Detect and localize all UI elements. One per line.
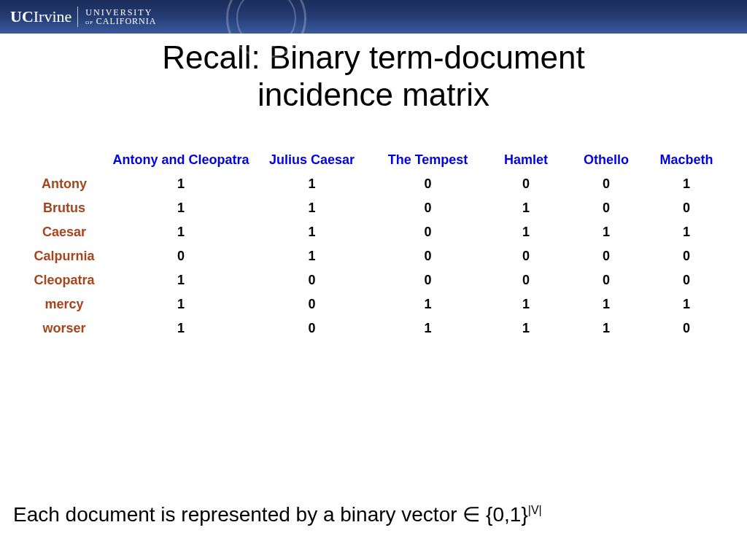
matrix-cell: 0 xyxy=(566,196,646,220)
matrix-cell: 0 xyxy=(370,220,486,244)
matrix-cell: 1 xyxy=(646,220,727,244)
row-header: worser xyxy=(20,316,108,341)
matrix-cell: 1 xyxy=(108,292,254,316)
logo-irvine: Irvine xyxy=(34,7,72,26)
row-header: Calpurnia xyxy=(20,244,108,268)
matrix-cell: 0 xyxy=(108,244,254,268)
matrix-cell: 0 xyxy=(370,244,486,268)
matrix-cell: 1 xyxy=(108,220,254,244)
matrix-cell: 1 xyxy=(566,220,646,244)
matrix-cell: 1 xyxy=(254,220,370,244)
matrix-cell: 1 xyxy=(254,196,370,220)
logo-divider xyxy=(77,7,78,27)
col-header: Macbeth xyxy=(646,148,727,172)
matrix-cell: 1 xyxy=(108,172,254,196)
matrix-cell: 0 xyxy=(486,268,566,292)
uci-logo: UCIrvine xyxy=(10,7,71,26)
matrix-cell: 0 xyxy=(646,196,727,220)
matrix-cell: 1 xyxy=(486,220,566,244)
slide-title: Recall: Binary term-document incidence m… xyxy=(0,39,747,113)
matrix-cell: 0 xyxy=(370,196,486,220)
matrix-body: Antony110001Brutus110100Caesar110111Calp… xyxy=(20,172,727,341)
matrix-cell: 0 xyxy=(566,172,646,196)
university-line2: of CALIFORNIA xyxy=(85,17,156,26)
matrix-cell: 0 xyxy=(370,268,486,292)
matrix-cell: 1 xyxy=(646,292,727,316)
table-row: Calpurnia010000 xyxy=(20,244,727,268)
matrix-cell: 1 xyxy=(370,292,486,316)
matrix-cell: 0 xyxy=(254,292,370,316)
footnote-set: {0,1} xyxy=(480,503,527,526)
footnote-prefix: Each document is represented by a binary… xyxy=(13,503,462,526)
matrix-cell: 0 xyxy=(646,316,727,341)
col-header: The Tempest xyxy=(370,148,486,172)
university-label: UNIVERSITY of CALIFORNIA xyxy=(85,8,156,26)
matrix-cell: 0 xyxy=(254,316,370,341)
incidence-matrix: Antony and Cleopatra Julius Caesar The T… xyxy=(20,148,727,341)
matrix-cell: 0 xyxy=(566,244,646,268)
matrix-cell: 1 xyxy=(370,316,486,341)
row-header: mercy xyxy=(20,292,108,316)
title-line-2: incidence matrix xyxy=(258,77,489,112)
matrix-cell: 1 xyxy=(254,244,370,268)
table-row: Caesar110111 xyxy=(20,220,727,244)
matrix-header-row: Antony and Cleopatra Julius Caesar The T… xyxy=(20,148,727,172)
matrix-cell: 1 xyxy=(566,292,646,316)
matrix-cell: 0 xyxy=(486,172,566,196)
matrix-cell: 1 xyxy=(486,316,566,341)
row-header: Caesar xyxy=(20,220,108,244)
logo-uc: UC xyxy=(10,7,34,26)
matrix-cell: 0 xyxy=(370,172,486,196)
matrix-cell: 1 xyxy=(108,316,254,341)
matrix-cell: 1 xyxy=(108,268,254,292)
footnote-superscript: |V| xyxy=(528,504,542,516)
matrix-cell: 0 xyxy=(646,244,727,268)
matrix-cell: 0 xyxy=(486,244,566,268)
matrix-cell: 1 xyxy=(486,292,566,316)
matrix-cell: 0 xyxy=(566,268,646,292)
col-header: Julius Caesar xyxy=(254,148,370,172)
matrix-cell: 1 xyxy=(108,196,254,220)
table-row: Cleopatra100000 xyxy=(20,268,727,292)
footnote: Each document is represented by a binary… xyxy=(13,502,542,526)
col-header: Othello xyxy=(566,148,646,172)
row-header: Antony xyxy=(20,172,108,196)
table-row: Brutus110100 xyxy=(20,196,727,220)
title-line-1: Recall: Binary term-document xyxy=(162,39,585,75)
university-banner: UCIrvine UNIVERSITY of CALIFORNIA xyxy=(0,0,747,34)
matrix-cell: 1 xyxy=(646,172,727,196)
col-header: Hamlet xyxy=(486,148,566,172)
matrix-cell: 1 xyxy=(566,316,646,341)
table-row: mercy101111 xyxy=(20,292,727,316)
row-header: Cleopatra xyxy=(20,268,108,292)
matrix-cell: 1 xyxy=(486,196,566,220)
footnote-in: ∈ xyxy=(462,503,480,526)
table-row: Antony110001 xyxy=(20,172,727,196)
matrix-table: Antony and Cleopatra Julius Caesar The T… xyxy=(20,148,727,341)
col-header: Antony and Cleopatra xyxy=(108,148,254,172)
table-row: worser101110 xyxy=(20,316,727,341)
matrix-cell: 0 xyxy=(646,268,727,292)
row-header: Brutus xyxy=(20,196,108,220)
matrix-cell: 0 xyxy=(254,268,370,292)
matrix-cell: 1 xyxy=(254,172,370,196)
